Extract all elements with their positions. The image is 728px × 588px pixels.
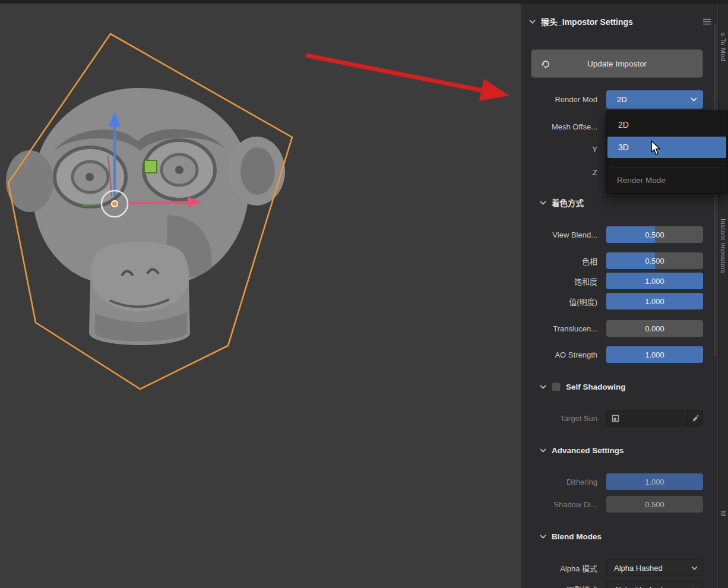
impostor-settings-panel: 猴头_Impostor Settings Update Impostor Ren… <box>521 0 717 588</box>
render-mode-dropdown[interactable]: 2D <box>606 90 703 109</box>
slider-label: AO Strength <box>522 346 597 363</box>
section-advanced[interactable]: Advanced Settings <box>540 444 624 457</box>
mouse-cursor-icon <box>650 140 661 158</box>
eyedropper-icon <box>691 414 699 422</box>
alpha-mode-dropdown[interactable]: Alpha Hashed <box>606 559 703 576</box>
slider-row-dithering: Dithering 1.000 <box>522 473 717 490</box>
slider-value: 0.500 <box>606 252 703 269</box>
slider-row-value: 值(明度) 1.000 <box>522 293 717 309</box>
blender-window: 猴头_Impostor Settings Update Impostor Ren… <box>0 0 728 588</box>
menu-item-3d[interactable]: 3D <box>607 137 726 158</box>
shadow-mode-value: Alpha Hashed <box>614 585 663 588</box>
section-blend-modes-title: Blend Modes <box>552 532 602 541</box>
viewport-3d[interactable] <box>0 0 521 588</box>
eyedropper-button[interactable] <box>688 410 703 426</box>
render-mode-row: Render Mod 2D <box>522 90 717 109</box>
chevron-down-icon <box>540 535 546 539</box>
saturation-slider[interactable]: 1.000 <box>606 273 703 289</box>
slider-row-translucency: Translucen... 0.000 <box>522 320 717 337</box>
gizmo-origin-dot <box>112 201 118 207</box>
slider-value: 0.500 <box>606 496 703 513</box>
section-blend-modes[interactable]: Blend Modes <box>540 530 602 543</box>
target-sun-label: Target Sun <box>522 410 597 426</box>
alpha-mode-row: Alpha 模式 Alpha Hashed <box>522 559 717 576</box>
panel-header[interactable]: 猴头_Impostor Settings <box>529 14 711 29</box>
alpha-mode-value: Alpha Hashed <box>614 564 663 573</box>
ao-strength-slider[interactable]: 1.000 <box>606 346 703 363</box>
panel-menu-icon[interactable] <box>702 18 711 25</box>
slider-value: 1.000 <box>606 473 703 490</box>
target-sun-row: Target Sun <box>522 410 717 426</box>
slider-label: 饱和度 <box>522 273 597 289</box>
render-mode-menu: 2D 3D Render Mode <box>606 110 728 194</box>
chevron-down-icon <box>691 566 698 570</box>
section-self-shadowing[interactable]: Self Shadowing <box>540 380 626 393</box>
chevron-down-icon <box>529 20 536 24</box>
translucency-slider[interactable]: 0.000 <box>606 320 703 337</box>
panel-title: 猴头_Impostor Settings <box>541 15 633 27</box>
slider-value: 1.000 <box>606 273 703 289</box>
section-shading[interactable]: 着色方式 <box>540 196 584 209</box>
slider-label: Shadow Di... <box>522 496 597 513</box>
update-impostor-button[interactable]: Update Impostor <box>531 49 703 78</box>
view-blend-slider[interactable]: 0.500 <box>606 226 703 243</box>
object-icon <box>612 415 619 422</box>
target-sun-object-field[interactable] <box>606 410 688 426</box>
slider-value: 0.000 <box>606 320 703 337</box>
slider-row-ao-strength: AO Strength 1.000 <box>522 346 717 363</box>
chevron-down-icon <box>691 97 697 102</box>
menu-item-2d[interactable]: 2D <box>607 114 726 135</box>
menu-separator <box>611 167 723 167</box>
annotation-arrow <box>306 55 509 101</box>
slider-row-saturation: 饱和度 1.000 <box>522 273 717 289</box>
self-shadowing-checkbox[interactable] <box>552 382 561 391</box>
shadow-mode-dropdown[interactable]: Alpha Hashed <box>606 581 703 588</box>
slider-row-view-blend: View Blend... 0.500 <box>522 226 717 243</box>
slider-label: 色相 <box>522 252 597 269</box>
value-slider[interactable]: 1.000 <box>606 293 703 309</box>
shadow-mode-label: 阴影模式 <box>522 581 597 588</box>
section-shading-title: 着色方式 <box>552 197 584 208</box>
gizmo-y-negative-axis <box>82 204 100 206</box>
hue-slider[interactable]: 0.500 <box>606 252 703 269</box>
section-advanced-title: Advanced Settings <box>552 446 624 455</box>
slider-label: 值(明度) <box>522 293 597 309</box>
window-top-edge <box>0 0 728 4</box>
viewport-scene <box>0 0 521 588</box>
axis-z-label: Z <box>522 164 597 181</box>
slider-row-hue: 色相 0.500 <box>522 252 717 269</box>
refresh-icon <box>540 58 552 70</box>
slider-value: 1.000 <box>606 293 703 309</box>
slider-row-shadow-distance: Shadow Di... 0.500 <box>522 496 717 513</box>
chevron-down-icon <box>540 448 546 453</box>
sidebar-tab-strip: s To Mod Instant Impostors M <box>718 0 728 588</box>
sidebar-tab-instant-impostors[interactable]: Instant Impostors <box>720 219 727 274</box>
slider-label: Translucen... <box>522 320 597 337</box>
shadow-mode-row: 阴影模式 Alpha Hashed <box>522 581 717 588</box>
slider-value: 0.500 <box>606 226 703 243</box>
sidebar-tab-partial[interactable]: s To Mod <box>720 33 727 61</box>
render-mode-value: 2D <box>617 95 627 104</box>
menu-footer-label: Render Mode <box>617 170 666 189</box>
axis-y-label: Y <box>522 141 597 157</box>
section-self-shadowing-title: Self Shadowing <box>566 382 626 391</box>
gizmo-y-axis-handle[interactable] <box>144 160 157 173</box>
chevron-down-icon <box>540 201 546 205</box>
update-impostor-label: Update Impostor <box>587 59 647 68</box>
slider-label: View Blend... <box>522 226 597 243</box>
chevron-down-icon <box>540 385 546 389</box>
shadow-distance-slider[interactable]: 0.500 <box>606 496 703 513</box>
render-mode-label: Render Mod <box>522 90 597 109</box>
slider-label: Dithering <box>522 473 597 490</box>
sidebar-tab-partial-bottom[interactable]: M <box>720 511 727 517</box>
mesh-offset-label: Mesh Offse... <box>522 118 597 135</box>
alpha-mode-label: Alpha 模式 <box>522 559 597 576</box>
dithering-slider[interactable]: 1.000 <box>606 473 703 490</box>
slider-value: 1.000 <box>606 346 703 363</box>
